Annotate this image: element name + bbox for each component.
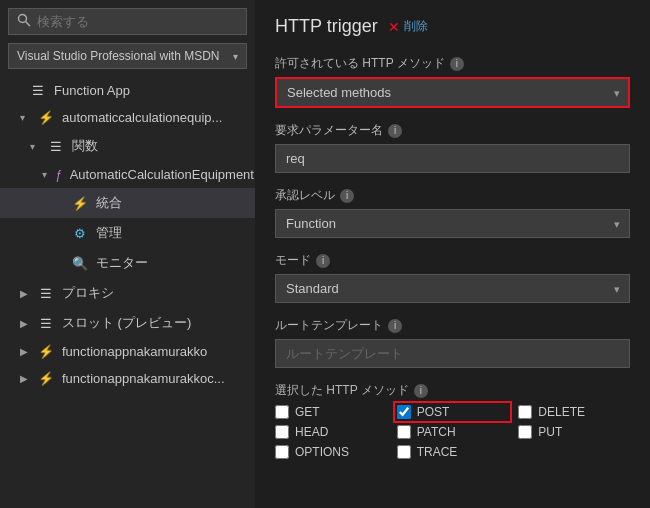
sidebar-item-togo[interactable]: ⚡ 統合 (0, 188, 255, 218)
put-label: PUT (538, 425, 562, 439)
expand-icon: ▾ (20, 112, 30, 123)
mode-label: モード i (275, 252, 630, 269)
info-icon[interactable]: i (388, 124, 402, 138)
delete-label: DELETE (538, 405, 585, 419)
expand-icon: ▶ (20, 346, 30, 357)
sidebar-item-label: スロット (プレビュー) (62, 314, 191, 332)
list-icon: ☰ (38, 286, 54, 301)
patch-checkbox[interactable] (397, 425, 411, 439)
checkbox-put: PUT (518, 425, 630, 439)
mode-group: モード i Standard ▾ (275, 252, 630, 303)
options-checkbox[interactable] (275, 445, 289, 459)
checkbox-options: OPTIONS (275, 445, 387, 459)
expand-icon: ▾ (30, 141, 40, 152)
close-icon: ✕ (388, 19, 400, 35)
request-param-group: 要求パラメーター名 i (275, 122, 630, 173)
sidebar-item-slot[interactable]: ▶ ☰ スロット (プレビュー) (0, 308, 255, 338)
trace-checkbox[interactable] (397, 445, 411, 459)
subscription-label: Visual Studio Professional with MSDN (17, 49, 220, 63)
chevron-down-icon: ▾ (233, 51, 238, 62)
list-icon: ☰ (38, 316, 54, 331)
trace-label: TRACE (417, 445, 458, 459)
sidebar-item-label: 関数 (72, 137, 98, 155)
route-template-input[interactable] (275, 339, 630, 368)
sidebar-item-label: functionappnakamurakko (62, 344, 207, 359)
http-methods-select[interactable]: Selected methods すべてのメソッド (275, 77, 630, 108)
http-methods-label: 許可されている HTTP メソッド i (275, 55, 630, 72)
auth-level-group: 承認レベル i Function Anonymous Admin ▾ (275, 187, 630, 238)
post-label: POST (417, 405, 450, 419)
bolt-icon: ⚡ (72, 196, 88, 211)
checkbox-head: HEAD (275, 425, 387, 439)
expand-icon: ▶ (20, 318, 30, 329)
patch-label: PATCH (417, 425, 456, 439)
sidebar-item-label: automaticcalculationequip... (62, 110, 222, 125)
sidebar-item-proxy[interactable]: ▶ ☰ プロキシ (0, 278, 255, 308)
http-methods-select-wrapper: Selected methods すべてのメソッド ▾ (275, 77, 630, 108)
request-param-input[interactable] (275, 144, 630, 173)
subscription-dropdown[interactable]: Visual Studio Professional with MSDN ▾ (8, 43, 247, 69)
info-icon[interactable]: i (450, 57, 464, 71)
sidebar-item-label: functionappnakamurakkoc... (62, 371, 225, 386)
mode-select[interactable]: Standard (275, 274, 630, 303)
auth-level-label: 承認レベル i (275, 187, 630, 204)
delete-label: 削除 (404, 18, 428, 35)
info-icon[interactable]: i (388, 319, 402, 333)
sidebar-item-label: モニター (96, 254, 148, 272)
auth-level-select[interactable]: Function Anonymous Admin (275, 209, 630, 238)
list-icon: ☰ (30, 83, 46, 98)
info-icon[interactable]: i (316, 254, 330, 268)
sidebar-item-funcapp3[interactable]: ▶ ⚡ functionappnakamurakkoc... (0, 365, 255, 392)
expand-icon: ▶ (20, 373, 30, 384)
delete-checkbox[interactable] (518, 405, 532, 419)
expand-icon: ▾ (42, 169, 47, 180)
head-checkbox[interactable] (275, 425, 289, 439)
expand-icon: ▶ (20, 288, 30, 299)
sidebar-item-label: AutomaticCalculationEquipment (70, 167, 254, 182)
selected-methods-group: 選択した HTTP メソッド i GET POST DELETE HEAD (275, 382, 630, 459)
sidebar-nav: ☰ Function App ▾ ⚡ automaticcalculatione… (0, 77, 255, 508)
request-param-label: 要求パラメーター名 i (275, 122, 630, 139)
search-box[interactable] (8, 8, 247, 35)
get-label: GET (295, 405, 320, 419)
main-content: HTTP trigger ✕ 削除 許可されている HTTP メソッド i Se… (255, 0, 650, 508)
route-template-group: ルートテンプレート i (275, 317, 630, 368)
checkbox-group: GET POST DELETE HEAD PATCH PUT (275, 405, 630, 459)
gear-icon: ⚙ (72, 226, 88, 241)
search-icon (17, 13, 31, 30)
page-title: HTTP trigger (275, 16, 378, 37)
list-icon: ☰ (48, 139, 64, 154)
info-icon[interactable]: i (340, 189, 354, 203)
auth-level-select-wrapper: Function Anonymous Admin ▾ (275, 209, 630, 238)
selected-methods-label: 選択した HTTP メソッド i (275, 382, 630, 399)
post-checkbox[interactable] (397, 405, 411, 419)
sidebar-item-autocalc[interactable]: ▾ ⚡ automaticcalculationequip... (0, 104, 255, 131)
sidebar-item-autocalcequip[interactable]: ▾ ƒ AutomaticCalculationEquipment (0, 161, 255, 188)
bolt-icon: ⚡ (38, 110, 54, 125)
checkbox-post: POST (397, 405, 509, 419)
sidebar-item-monitor[interactable]: 🔍 モニター (0, 248, 255, 278)
get-checkbox[interactable] (275, 405, 289, 419)
page-header: HTTP trigger ✕ 削除 (275, 16, 630, 37)
sidebar-item-label: 管理 (96, 224, 122, 242)
sidebar: Visual Studio Professional with MSDN ▾ ☰… (0, 0, 255, 508)
checkbox-delete: DELETE (518, 405, 630, 419)
svg-line-1 (26, 22, 31, 27)
sidebar-item-kanri[interactable]: ⚙ 管理 (0, 218, 255, 248)
monitor-icon: 🔍 (72, 256, 88, 271)
route-template-label: ルートテンプレート i (275, 317, 630, 334)
sidebar-item-function-app[interactable]: ☰ Function App (0, 77, 255, 104)
options-label: OPTIONS (295, 445, 349, 459)
sidebar-item-label: 統合 (96, 194, 122, 212)
delete-button[interactable]: ✕ 削除 (388, 18, 428, 35)
sidebar-item-kansu[interactable]: ▾ ☰ 関数 (0, 131, 255, 161)
head-label: HEAD (295, 425, 328, 439)
put-checkbox[interactable] (518, 425, 532, 439)
search-input[interactable] (37, 14, 238, 29)
svg-point-0 (19, 15, 27, 23)
sidebar-item-funcapp2[interactable]: ▶ ⚡ functionappnakamurakko (0, 338, 255, 365)
function-icon: ƒ (55, 168, 62, 182)
bolt-icon: ⚡ (38, 344, 54, 359)
http-methods-group: 許可されている HTTP メソッド i Selected methods すべて… (275, 55, 630, 108)
info-icon[interactable]: i (414, 384, 428, 398)
